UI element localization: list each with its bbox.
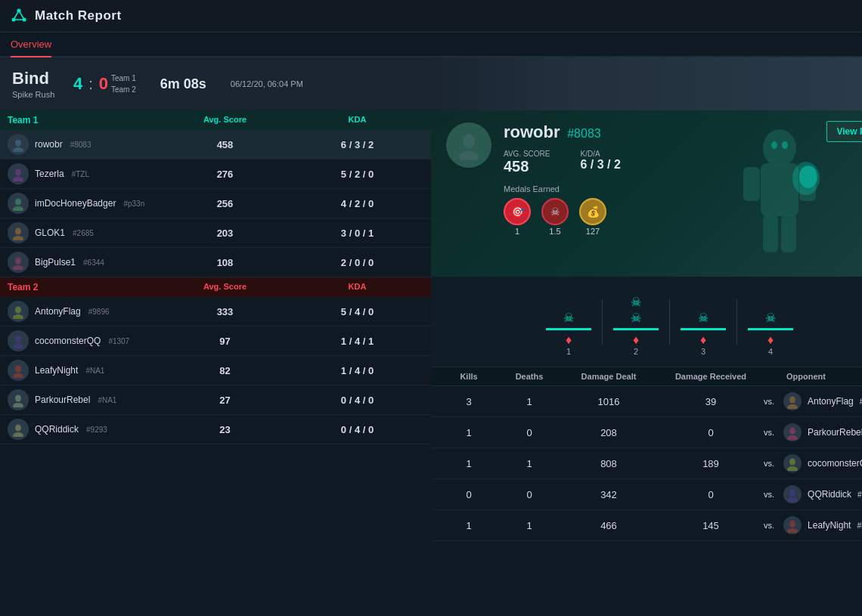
chart-bar [681,328,726,330]
dmg-recv-val: 145 [658,520,764,531]
team2-player-row[interactable]: cocomonsterQQ #1307 97 1 / 4 / 1 [0,327,431,356]
dmg-dealt-val: 208 [560,427,658,438]
kills-table-row[interactable]: 1 1 466 145 vs. LeafyNight #NA1 [431,510,862,541]
opponent-cell: vs. ParkourRebel #NA1 [764,423,862,441]
vs-label: vs. [764,521,774,530]
main-layout: Team 1 Avg. Score KDA rowobr #8083 458 6… [0,110,862,616]
kills-table-row[interactable]: 1 1 808 189 vs. cocomonsterQQ #1307 [431,448,862,479]
svg-point-16 [15,307,21,314]
player-name: LeafyNight [35,365,78,376]
player-avatar [8,301,29,322]
dmg-recv-val: 0 [658,489,764,500]
score-team2: 0 [99,74,108,94]
svg-point-25 [13,432,23,437]
player-kda: 5 / 2 / 0 [291,169,423,180]
medal-val-1: 1.5 [549,227,560,236]
chart-col-3: ☠ ♦ 3 [673,311,733,356]
svg-point-26 [463,134,475,149]
player-score: 97 [159,336,291,347]
player-card-name: rowobr [504,122,560,141]
svg-point-45 [787,497,798,502]
svg-rect-30 [743,167,760,201]
kda-label: K/D/A [581,150,621,158]
player-avatar [8,163,29,184]
kill-chart: ☠ ♦ 1 ☠☠ ♦ 2 ☠ ♦ 3 ☠ ♦ 4 [431,277,862,367]
opponent-cell: vs. LeafyNight #NA1 [764,516,862,534]
player-info: Tezerla #TZL [8,163,159,184]
medal-icon-2: 💰 [579,198,606,225]
team2-player-row[interactable]: AntonyFlag #9896 333 5 / 4 / 0 [0,297,431,327]
kills-table-header: Kills Deaths Damage Dealt Damage Receive… [431,367,862,386]
medal-val-2: 127 [586,227,600,236]
chart-red-skulls: ♦ [566,333,572,347]
player-score: 203 [159,228,291,239]
chart-skulls: ☠ [698,311,709,325]
svg-point-41 [787,435,798,440]
player-score: 256 [159,198,291,209]
dmg-dealt-val: 1016 [560,396,658,407]
player-info: imDocHoneyBadger #p33n [8,193,159,214]
svg-point-42 [789,459,795,466]
avg-score-label: Avg. Score [504,150,550,158]
player-avatar [8,252,29,273]
deaths-val: 0 [499,489,560,500]
player-kda: 3 / 0 / 1 [291,228,423,239]
opp-tag: #9293 [857,491,862,499]
chart-skulls: ☠☠ [631,295,641,325]
tab-overview[interactable]: Overview [11,33,51,57]
player-info: ParkourRebel #NA1 [8,389,159,410]
skull-red: ♦ [633,333,639,347]
team2-player-row[interactable]: ParkourRebel #NA1 27 0 / 4 / 0 [0,385,431,415]
team2-player-row[interactable]: LeafyNight #NA1 82 1 / 4 / 0 [0,356,431,385]
player-tag: #9896 [88,308,110,316]
team2-player-row[interactable]: QQRiddick #9293 23 0 / 4 / 0 [0,415,431,444]
player-kda: 2 / 0 / 0 [291,257,423,268]
col-kills: Kills [439,372,499,381]
team1-avg-score-header: Avg. Score [159,115,291,125]
svg-point-39 [787,404,798,409]
player-tag: #8083 [70,141,91,149]
svg-point-17 [13,314,23,319]
team1-player-row[interactable]: rowobr #8083 458 6 / 3 / 2 [0,130,431,159]
team2-players: AntonyFlag #9896 333 5 / 4 / 0 cocomonst… [0,297,431,444]
player-kda: 4 / 2 / 0 [291,198,423,209]
opponent-cell: vs. cocomonsterQQ #1307 [764,454,862,472]
kills-val: 1 [439,458,499,469]
player-name: cocomonsterQQ [35,336,101,346]
player-name: imDocHoneyBadger [35,198,116,209]
kills-table-row[interactable]: 1 0 208 0 vs. ParkourRebel #NA1 [431,417,862,448]
app-icon [11,8,27,24]
team2-header: Team 2 Avg. Score KDA [0,277,431,297]
team1-header: Team 1 Avg. Score KDA [0,110,431,130]
player-kda: 0 / 4 / 0 [291,424,423,435]
svg-point-6 [15,140,21,147]
chart-x-label: 3 [701,347,705,356]
player-info: QQRiddick #9293 [8,419,159,440]
svg-point-9 [13,177,23,181]
team1-player-row[interactable]: imDocHoneyBadger #p33n 256 4 / 2 / 0 [0,189,431,218]
kda-val: 6 / 3 / 2 [581,158,621,171]
team1-player-row[interactable]: Tezerla #TZL 276 5 / 2 / 0 [0,159,431,189]
view-profile-button[interactable]: View Profile [826,121,862,142]
kills-val: 1 [439,427,499,438]
svg-line-3 [14,11,19,20]
player-score: 458 [159,139,291,150]
opp-name: ParkourRebel [808,427,862,438]
svg-rect-33 [781,215,796,252]
kills-table-row[interactable]: 0 0 342 0 vs. QQRiddick #9293 [431,479,862,510]
skull-red: ♦ [700,333,706,347]
chart-bar [748,328,793,330]
team1-player-row[interactable]: BigPulse1 #6344 108 2 / 0 / 0 [0,248,431,277]
vs-label: vs. [764,459,774,468]
player-info: BigPulse1 #6344 [8,252,159,273]
opp-tag: #NA1 [857,522,862,530]
vs-label: vs. [764,397,774,406]
team1-label: Team 1 [8,115,159,125]
player-name: rowobr [35,139,63,150]
kills-table-row[interactable]: 3 1 1016 39 vs. AntonyFlag #9896 [431,386,862,417]
score-block: 4 : 0 Team 1 Team 2 [73,73,136,95]
chart-x-label: 2 [634,347,638,356]
svg-point-10 [15,199,21,206]
player-tag: #9293 [86,426,107,434]
team1-player-row[interactable]: GLOK1 #2685 203 3 / 0 / 1 [0,218,431,248]
